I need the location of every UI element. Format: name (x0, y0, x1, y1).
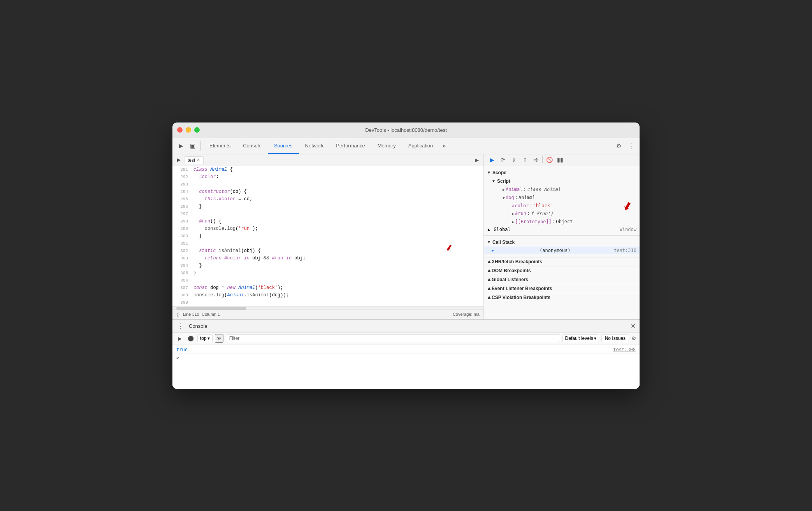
devtools-body: ▶ ▣ Elements Console Sources Network Per… (172, 138, 640, 389)
animal-expand-icon[interactable]: ▶ (503, 186, 505, 193)
scope-section: ▼ Scope ▼ Script ▶ Animal (484, 166, 640, 236)
code-line-294: 294 constructor(co) { (172, 188, 483, 196)
console-context-selector[interactable]: top ▾ (197, 334, 213, 342)
tab-sources[interactable]: Sources (268, 138, 299, 154)
dom-breakpoints-header[interactable]: ▶ DOM Breakpoints (484, 266, 640, 275)
global-row[interactable]: ▶ Global Window (484, 226, 640, 233)
code-line-303: 303 return #color in obj && #run in obj; (172, 255, 483, 262)
console-settings-icon[interactable]: ⚙ (631, 335, 636, 341)
global-label: Global (494, 227, 510, 232)
pause-exceptions-icon[interactable]: ▮▮ (555, 155, 565, 165)
console-panel: ⋮ Console ✕ ▶ ⚫ top ▾ 👁 Default levels ▾ (172, 319, 640, 389)
script-header[interactable]: ▼ Script (490, 177, 640, 186)
scope-header[interactable]: ▼ Scope (484, 168, 640, 177)
nav-tabs: Elements Console Sources Network Perform… (203, 138, 612, 154)
top-toolbar: ▶ ▣ Elements Console Sources Network Per… (172, 138, 640, 154)
status-position: Line 310, Column 1 (183, 312, 220, 317)
cursor-icon[interactable]: ▶ (176, 140, 186, 151)
pretty-print-icon[interactable]: {} (176, 312, 180, 317)
deactivate-breakpoints-icon[interactable]: 🚫 (544, 155, 554, 165)
tab-network[interactable]: Network (299, 138, 330, 154)
toolbar-divider-1 (200, 141, 201, 150)
tab-application[interactable]: Application (402, 138, 439, 154)
step-over-button[interactable]: ⟳ (498, 155, 508, 165)
tab-memory[interactable]: Memory (371, 138, 402, 154)
code-editor[interactable]: 291 class Animal { 292 #color; 293 (172, 166, 483, 306)
code-line-297: 297 (172, 210, 483, 218)
more-tabs-button[interactable]: » (439, 138, 449, 154)
callstack-location: test:310 (614, 248, 636, 253)
console-prompt[interactable]: > (172, 354, 640, 362)
callstack-header[interactable]: ▼ Call Stack (484, 238, 640, 247)
script-scope: ▼ Script ▶ Animal : class Animal (484, 177, 640, 226)
scope-color-item[interactable]: #color : "black" (512, 202, 640, 210)
scope-run-item[interactable]: ▶ #run : f #run() (512, 210, 640, 218)
code-line-302: 302 static isAnimal(obj) { ⬇ (172, 247, 483, 255)
run-expand-icon[interactable]: ▶ (512, 210, 514, 217)
dog-expand-icon[interactable]: ▼ (503, 194, 505, 201)
scope-proto-item[interactable]: ▶ [[Prototype]] : Object (512, 218, 640, 226)
console-levels-selector[interactable]: Default levels ▾ (562, 334, 599, 342)
window-controls (177, 127, 200, 133)
horizontal-scrollbar[interactable] (172, 306, 483, 310)
play-icon[interactable]: ▶ (175, 156, 183, 164)
customize-icon[interactable]: ⋮ (626, 140, 636, 151)
step-button[interactable]: ⇉ (531, 155, 541, 165)
code-line-306: 306 (172, 277, 483, 284)
csp-breakpoints-header[interactable]: ▶ CSP Violation Breakpoints (484, 293, 640, 302)
scope-label: Scope (492, 170, 506, 175)
callstack-item-anonymous[interactable]: ► (anonymous) test:310 (484, 247, 640, 254)
maximize-button[interactable] (194, 127, 200, 133)
chevron-down-icon: ▾ (207, 336, 210, 341)
step-out-button[interactable]: ⇑ (520, 155, 530, 165)
horizontal-scrollbar-thumb[interactable] (176, 307, 246, 310)
code-line-293: 293 (172, 181, 483, 188)
console-block-icon[interactable]: ⚫ (186, 334, 195, 343)
device-toggle-icon[interactable]: ▣ (187, 140, 198, 151)
event-listener-header[interactable]: ▶ Event Listener Breakpoints (484, 284, 640, 293)
global-listeners-header[interactable]: ▶ Global Listeners (484, 275, 640, 284)
console-clear-icon[interactable]: ▶ (176, 334, 184, 343)
tab-console[interactable]: Console (237, 138, 268, 154)
scope-animal-item[interactable]: ▶ Animal : class Animal (499, 186, 640, 194)
global-listeners-triangle-icon: ▶ (487, 278, 491, 281)
console-prompt-icon: > (176, 355, 179, 360)
resume-button[interactable]: ▶ (487, 155, 497, 165)
code-line-301: 301 (172, 240, 483, 247)
file-tab-test[interactable]: test ✕ (184, 156, 204, 164)
minimize-button[interactable] (186, 127, 191, 133)
step-into-button[interactable]: ⇓ (509, 155, 519, 165)
callstack-triangle-icon: ▼ (487, 240, 491, 244)
file-tab-close-icon[interactable]: ✕ (197, 158, 200, 163)
close-button[interactable] (177, 127, 183, 133)
console-output-true: true test:308 (172, 346, 640, 354)
window-title: DevTools - localhost:8080/demo/test (365, 127, 447, 133)
tab-performance[interactable]: Performance (330, 138, 371, 154)
console-output-location[interactable]: test:308 (613, 347, 636, 352)
run-script-icon[interactable]: ▶ (473, 156, 481, 164)
code-line-298: 298 #run() { (172, 218, 483, 225)
debugger-toolbar: ▶ ⟳ ⇓ ⇑ ⇉ 🚫 ▮▮ (484, 154, 640, 166)
xhr-breakpoints-header[interactable]: ▶ XHR/fetch Breakpoints (484, 257, 640, 266)
console-close-button[interactable]: ✕ (631, 322, 636, 330)
code-line-296: 296 } (172, 203, 483, 210)
script-label: Script (497, 178, 510, 184)
callstack-section: ▼ Call Stack ► (anonymous) test:310 (484, 236, 640, 257)
scope-triangle-icon: ▼ (487, 170, 491, 175)
levels-chevron-icon: ▾ (594, 336, 596, 341)
sources-panel: ▶ test ✕ ▶ 291 class Animal { (172, 154, 484, 319)
console-eye-icon[interactable]: 👁 (215, 334, 223, 343)
console-issues-button[interactable]: No Issues (601, 334, 629, 342)
script-items: ▶ Animal : class Animal ▼ dog : Animal (490, 186, 640, 226)
console-filter-input[interactable] (226, 334, 560, 342)
settings-icon[interactable]: ⚙ (613, 140, 624, 151)
proto-expand-icon[interactable]: ▶ (512, 219, 514, 226)
tab-elements[interactable]: Elements (203, 138, 237, 154)
console-output-value: true (176, 347, 188, 352)
console-menu-icon[interactable]: ⋮ (176, 322, 185, 330)
code-line-308: 308 console.log(Animal.isAnimal(dog)); (172, 292, 483, 299)
console-context-label: top (200, 336, 207, 341)
scope-dog-item[interactable]: ▼ dog : Animal (499, 194, 640, 202)
csp-breakpoints: ▶ CSP Violation Breakpoints (484, 293, 640, 302)
global-triangle-icon: ▶ (486, 228, 490, 231)
